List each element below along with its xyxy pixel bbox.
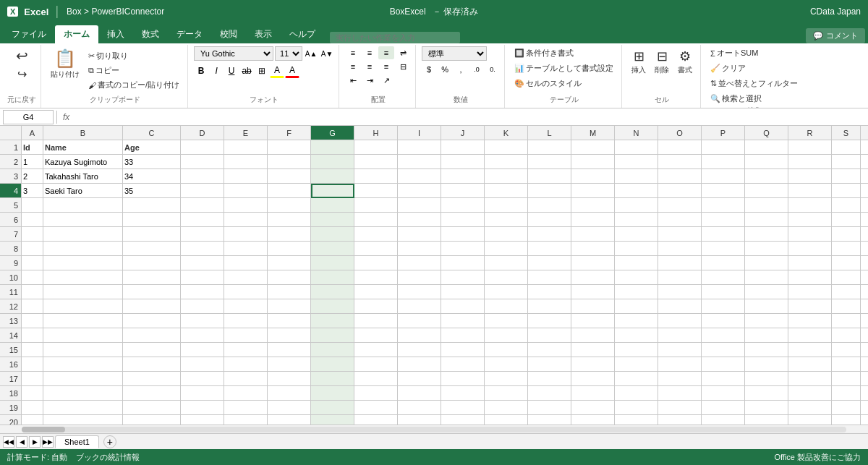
cell-E19[interactable] [224, 401, 268, 415]
row-header-10[interactable]: 10 [0, 270, 21, 285]
cell-L6[interactable] [528, 213, 571, 227]
cell-D4[interactable] [181, 184, 224, 198]
cell-D1[interactable] [181, 140, 224, 155]
cell-O8[interactable] [658, 242, 702, 256]
cell-G5[interactable] [311, 198, 354, 213]
cell-O7[interactable] [658, 227, 702, 242]
tab-data[interactable]: データ [168, 25, 211, 43]
cell-F15[interactable] [268, 343, 311, 357]
tab-insert[interactable]: 挿入 [98, 25, 133, 43]
cell-D20[interactable] [181, 415, 224, 425]
cell-D18[interactable] [181, 386, 224, 401]
cell-B16[interactable] [43, 357, 123, 372]
cell-O3[interactable] [658, 169, 702, 184]
cell-N9[interactable] [615, 256, 658, 270]
cell-K7[interactable] [485, 227, 528, 242]
cell-K11[interactable] [485, 285, 528, 299]
cell-H7[interactable] [354, 227, 398, 242]
cell-R16[interactable] [788, 357, 832, 372]
conditional-format-btn[interactable]: 🔲 条件付き書式 [511, 46, 577, 60]
cell-B17[interactable] [43, 372, 123, 386]
cell-F5[interactable] [268, 198, 311, 213]
cell-G9[interactable] [311, 256, 354, 270]
cell-J13[interactable] [441, 314, 485, 328]
cell-C8[interactable] [123, 242, 181, 256]
cell-F8[interactable] [268, 242, 311, 256]
cell-D3[interactable] [181, 169, 224, 184]
cell-H2[interactable] [354, 155, 398, 169]
cell-M14[interactable] [571, 328, 615, 343]
align-mid-left-btn[interactable]: ≡ [345, 60, 361, 73]
cell-T11[interactable] [861, 285, 868, 299]
cell-H18[interactable] [354, 386, 398, 401]
cell-C11[interactable] [123, 285, 181, 299]
cell-R1[interactable] [788, 140, 832, 155]
table-format-btn[interactable]: 📊 テーブルとして書式設定 [511, 61, 617, 75]
cell-K18[interactable] [485, 386, 528, 401]
cell-I15[interactable] [398, 343, 441, 357]
font-size-select[interactable]: 11 [275, 46, 302, 61]
cell-R15[interactable] [788, 343, 832, 357]
paste-button[interactable]: 📋 貼り付け [47, 46, 83, 82]
cell-D12[interactable] [181, 299, 224, 314]
merge-btn[interactable]: ⊟ [395, 60, 411, 73]
cell-L2[interactable] [528, 155, 571, 169]
cell-A10[interactable] [22, 270, 43, 285]
cell-M17[interactable] [571, 372, 615, 386]
cell-G15[interactable] [311, 343, 354, 357]
cell-I18[interactable] [398, 386, 441, 401]
cell-L20[interactable] [528, 415, 571, 425]
cell-H3[interactable] [354, 169, 398, 184]
cell-B13[interactable] [43, 314, 123, 328]
cell-E18[interactable] [224, 386, 268, 401]
decimal-decrease-btn[interactable]: 0. [485, 62, 500, 77]
cell-R14[interactable] [788, 328, 832, 343]
col-header-o[interactable]: O [658, 126, 702, 140]
cell-K4[interactable] [485, 184, 528, 198]
cell-I17[interactable] [398, 372, 441, 386]
cell-O17[interactable] [658, 372, 702, 386]
row-header-16[interactable]: 16 [0, 357, 21, 372]
indent-increase-btn[interactable]: ⇥ [362, 74, 378, 87]
cell-C18[interactable] [123, 386, 181, 401]
col-header-a[interactable]: A [22, 126, 43, 140]
cell-C7[interactable] [123, 227, 181, 242]
cell-N6[interactable] [615, 213, 658, 227]
cell-J19[interactable] [441, 401, 485, 415]
cell-H6[interactable] [354, 213, 398, 227]
cell-L3[interactable] [528, 169, 571, 184]
cell-B20[interactable] [43, 415, 123, 425]
fill-color-button[interactable]: A [270, 64, 284, 78]
cell-P10[interactable] [702, 270, 745, 285]
cell-F10[interactable] [268, 270, 311, 285]
cell-D15[interactable] [181, 343, 224, 357]
cell-J20[interactable] [441, 415, 485, 425]
cell-J12[interactable] [441, 299, 485, 314]
cell-J5[interactable] [441, 198, 485, 213]
comment-button[interactable]: 💬 コメント [806, 28, 865, 43]
cell-G8[interactable] [311, 242, 354, 256]
cell-H5[interactable] [354, 198, 398, 213]
cell-G10[interactable] [311, 270, 354, 285]
percent-btn[interactable]: % [438, 62, 452, 77]
cell-S15[interactable] [832, 343, 861, 357]
cell-B3[interactable]: Takahashi Taro [43, 169, 123, 184]
cell-E9[interactable] [224, 256, 268, 270]
cell-F14[interactable] [268, 328, 311, 343]
cell-P12[interactable] [702, 299, 745, 314]
cell-A13[interactable] [22, 314, 43, 328]
row-header-4[interactable]: 4 [0, 184, 21, 198]
redo-button[interactable]: ↪ [9, 67, 35, 82]
cell-E8[interactable] [224, 242, 268, 256]
cell-H16[interactable] [354, 357, 398, 372]
cell-B5[interactable] [43, 198, 123, 213]
cell-R13[interactable] [788, 314, 832, 328]
cell-E13[interactable] [224, 314, 268, 328]
cell-K14[interactable] [485, 328, 528, 343]
cell-E11[interactable] [224, 285, 268, 299]
row-header-6[interactable]: 6 [0, 213, 21, 227]
cell-I9[interactable] [398, 256, 441, 270]
cell-C4[interactable]: 35 [123, 184, 181, 198]
cell-I1[interactable] [398, 140, 441, 155]
cell-B12[interactable] [43, 299, 123, 314]
